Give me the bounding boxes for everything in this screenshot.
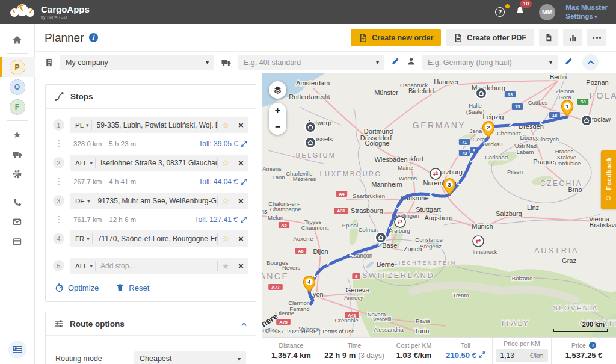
country-select[interactable]: ALL [70, 262, 95, 270]
sidebar-item-mail[interactable] [0, 212, 35, 232]
price-info-icon[interactable]: i [589, 342, 596, 349]
svg-text:⇄: ⇄ [476, 238, 481, 244]
optimize-button[interactable]: Optimize [55, 283, 99, 292]
more-actions-button[interactable] [587, 29, 606, 46]
stop-number: 4 [53, 233, 64, 244]
home-poi-marker[interactable] [581, 115, 592, 126]
svg-text:A77: A77 [271, 285, 280, 290]
stat-price-per-km: Price per KM 1,13 €/km [492, 338, 551, 364]
svg-text:S3: S3 [580, 99, 585, 105]
svg-text:⇄: ⇄ [398, 218, 403, 225]
statistics-button[interactable] [563, 29, 582, 46]
home-poi-marker[interactable] [375, 232, 386, 244]
sidebar-item-billing[interactable] [0, 232, 35, 251]
country-select[interactable]: DE [70, 197, 93, 205]
sidebar-item-orders[interactable]: O [0, 77, 35, 97]
expand-toll-button[interactable] [479, 351, 485, 360]
transfer-poi-marker[interactable]: ⇄ [430, 168, 441, 180]
edit-profile-button[interactable] [564, 57, 573, 68]
sidebar-item-fleet[interactable]: F [0, 97, 35, 117]
zoom-out-button[interactable]: − [269, 119, 286, 135]
map-scale: 200 km [553, 321, 608, 332]
drag-handle[interactable] [53, 140, 64, 148]
leg-toll-link[interactable]: Toll: 39.05 € [199, 140, 248, 148]
route-options-card: Route options Routing mode Cheapest▾ [45, 312, 256, 364]
notifications-button[interactable]: 10 [515, 6, 525, 18]
remove-stop-button[interactable]: × [233, 233, 248, 244]
favorite-star-button[interactable]: ★ [218, 261, 233, 271]
sidebar-divider [7, 188, 28, 188]
stop-address-input[interactable]: 59-335, Lubin, Powiat Lubiński, Woj. Do [92, 121, 217, 129]
info-icon[interactable]: i [89, 33, 98, 42]
pencil-icon [391, 57, 400, 66]
stop-address-input[interactable]: Iserlohner Straße 3, 08371 Glauchau, Ge [96, 159, 217, 167]
transfer-poi-marker[interactable]: ⇄ [395, 217, 405, 228]
stat-distance: Distance 1,357.4 km [262, 338, 320, 364]
bar-chart-icon [568, 33, 578, 42]
app-logo[interactable]: CargoApps by IMPARGO [8, 2, 90, 22]
help-button[interactable]: ? [495, 7, 505, 17]
map-layers-button[interactable] [269, 81, 286, 99]
sidebar-item-settings[interactable] [0, 164, 35, 184]
company-select[interactable]: My company▾ [60, 55, 214, 70]
city-label: Berlin [550, 73, 567, 81]
stop-address-input[interactable]: 71170, Saône-et-Loire, Bourgogne-Fran [93, 235, 217, 243]
leg-toll-link[interactable]: Toll: 127.41 € [195, 215, 248, 224]
favorite-star-button[interactable]: ☆ [218, 158, 233, 168]
drag-handle[interactable] [53, 178, 64, 186]
town-label: Etienne [275, 310, 294, 316]
city-label: Turin [414, 327, 430, 335]
city-label: Hanover [434, 78, 459, 85]
stop-number: 5 [53, 260, 64, 271]
create-new-order-button[interactable]: Create new order [351, 29, 441, 46]
favorite-star-button[interactable]: ☆ [218, 234, 233, 244]
city-label: Wiesbaden [374, 156, 407, 163]
create-offer-pdf-button[interactable]: Create offer PDF [446, 29, 534, 46]
stop-address-input[interactable]: 91735, Muhr am See, Weißenburg-Gunz [93, 197, 217, 205]
expand-icon [241, 179, 247, 185]
reset-button[interactable]: Reset [116, 283, 149, 292]
country-select[interactable]: PL [70, 122, 91, 129]
remove-stop-button[interactable]: × [233, 120, 248, 130]
collapse-filters-button[interactable] [582, 54, 599, 70]
city-label: Münster [374, 89, 398, 96]
routing-mode-select[interactable]: Cheapest▾ [134, 351, 246, 364]
town-label: Grenoble [334, 317, 358, 324]
driver-profile-select[interactable]: E.g. Germany (long haul)▾ [422, 55, 558, 70]
brand-subtitle: by IMPARGO [41, 15, 90, 19]
drag-handle[interactable] [53, 216, 64, 224]
sidebar-item-home[interactable] [0, 29, 35, 49]
zoom-in-button[interactable]: + [269, 103, 286, 119]
language-flag-button[interactable] [8, 341, 26, 359]
leg-toll-link[interactable]: Toll: 44.04 € [199, 177, 248, 186]
remove-stop-button[interactable]: × [233, 261, 248, 271]
home-poi-marker[interactable] [305, 122, 316, 133]
sidebar-item-phone[interactable] [0, 192, 35, 212]
country-select[interactable]: ALL [70, 159, 95, 167]
stops-card: Stops 1PL59-335, Lubin, Powiat Lubiński,… [45, 84, 256, 302]
price-per-km-input[interactable]: 1,13 €/km [496, 349, 548, 362]
sidebar-item-favorites[interactable]: ★ [0, 125, 35, 144]
remove-stop-button[interactable]: × [233, 196, 248, 206]
svg-text:A75: A75 [279, 319, 288, 325]
user-menu[interactable]: Max Musster Settings ▾ [565, 3, 608, 21]
home-poi-marker[interactable] [305, 137, 316, 149]
edit-vehicle-button[interactable] [391, 57, 400, 68]
stop-address-input[interactable]: Add stop... [96, 262, 217, 270]
vehicle-select[interactable]: E.g. 40t standard▾ [238, 55, 384, 70]
favorite-star-button[interactable]: ☆ [218, 196, 233, 206]
feedback-tab[interactable]: Feedback ☺ [601, 150, 616, 209]
sidebar-item-planner[interactable]: P [0, 57, 35, 77]
remove-stop-button[interactable]: × [233, 158, 248, 168]
avatar[interactable]: MM [539, 4, 555, 20]
planner-side-panel: Stops 1PL59-335, Lubin, Powiat Lubiński,… [35, 73, 262, 364]
transfer-poi-marker[interactable]: ⇄ [473, 236, 484, 247]
export-pdf-button[interactable] [539, 29, 558, 46]
map[interactable]: A4A31A5A6A77A75A41913157173918S3GERMANYP… [262, 73, 616, 337]
home-poi-marker[interactable] [476, 88, 487, 99]
sidebar-item-vehicles[interactable] [0, 144, 35, 164]
favorite-star-button[interactable]: ☆ [218, 120, 233, 130]
map-attribution[interactable]: © 1987–2021 HERE | Terms of use [265, 328, 354, 335]
collapse-route-options-button[interactable] [241, 319, 247, 329]
country-select[interactable]: FR [70, 235, 92, 242]
